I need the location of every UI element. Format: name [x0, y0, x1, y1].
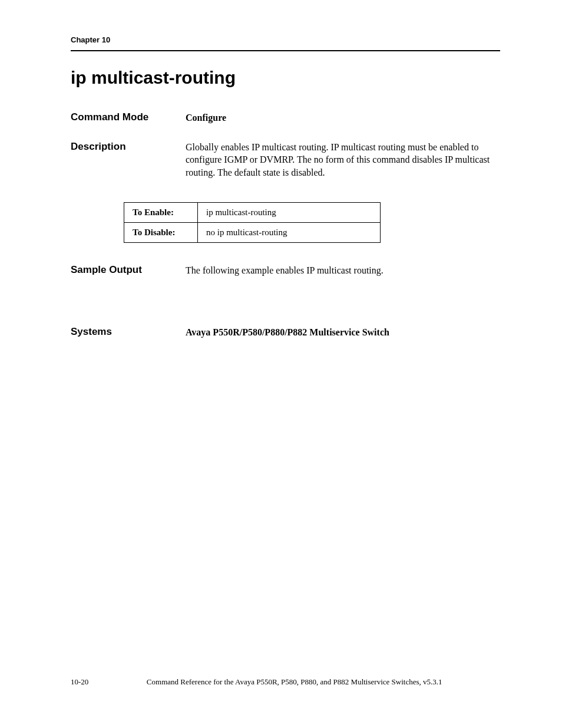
table-row: To Enable: ip multicast-routing	[124, 203, 381, 223]
table-cell-value: ip multicast-routing	[198, 203, 381, 223]
table-cell-value: no ip multicast-routing	[198, 223, 381, 243]
description-value: Globally enables IP multicast routing. I…	[186, 141, 500, 179]
section-sample-output: Sample Output The following example enab…	[71, 264, 500, 277]
page-title: ip multicast-routing	[71, 68, 500, 88]
chapter-label: Chapter 10	[71, 35, 500, 44]
enable-disable-table: To Enable: ip multicast-routing To Disab…	[124, 202, 381, 243]
page-header: Chapter 10	[71, 35, 500, 44]
command-table: To Enable: ip multicast-routing To Disab…	[124, 202, 500, 243]
sample-output-label: Sample Output	[71, 264, 186, 276]
footer-page-number: 10-20	[71, 677, 88, 687]
spacer	[71, 294, 500, 326]
sample-output-value: The following example enables IP multica…	[186, 264, 500, 277]
section-description: Description Globally enables IP multicas…	[71, 141, 500, 179]
footer-document-title: Command Reference for the Avaya P550R, P…	[88, 677, 500, 687]
systems-label: Systems	[71, 326, 186, 338]
section-systems: Systems Avaya P550R/P580/P880/P882 Multi…	[71, 326, 500, 339]
description-label: Description	[71, 141, 186, 153]
page-footer: 10-20 Command Reference for the Avaya P5…	[71, 677, 500, 687]
table-cell-label: To Enable:	[124, 203, 198, 223]
table-row: To Disable: no ip multicast-routing	[124, 223, 381, 243]
systems-value: Avaya P550R/P580/P880/P882 Multiservice …	[186, 326, 500, 339]
command-mode-value: Configure	[186, 111, 500, 124]
page-content: Chapter 10 ip multicast-routing Command …	[0, 0, 562, 339]
table-cell-label: To Disable:	[124, 223, 198, 243]
command-mode-label: Command Mode	[71, 111, 186, 123]
header-rule	[71, 50, 500, 51]
section-command-mode: Command Mode Configure	[71, 111, 500, 124]
